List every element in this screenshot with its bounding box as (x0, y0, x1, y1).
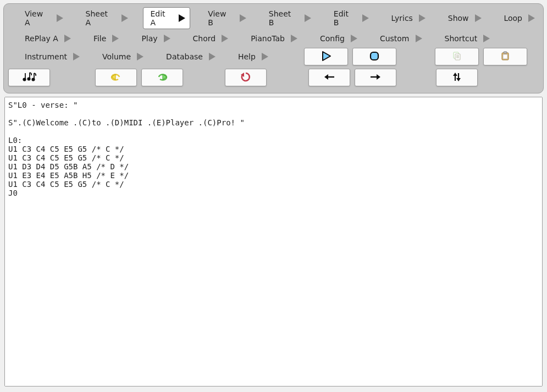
svg-marker-10 (112, 35, 119, 42)
copy-button[interactable] (435, 48, 479, 65)
arrow-right-icon (369, 73, 382, 83)
svg-marker-43 (377, 74, 380, 80)
menu-help[interactable]: Help (230, 49, 273, 64)
svg-marker-5 (362, 14, 369, 22)
svg-marker-4 (305, 14, 311, 22)
menu-custom[interactable]: Custom (372, 31, 427, 46)
menu-label: Database (166, 52, 203, 61)
svg-marker-14 (351, 35, 357, 42)
menu-label: Volume (102, 52, 131, 61)
transport-controls (304, 48, 396, 65)
copy-icon (452, 51, 462, 63)
menu-label: Sheet A (86, 9, 115, 27)
paste-icon (500, 51, 510, 63)
svg-rect-30 (503, 54, 507, 59)
reload-button[interactable] (225, 69, 267, 86)
svg-marker-17 (73, 53, 80, 60)
svg-marker-1 (121, 14, 128, 22)
menu-show[interactable]: Show (440, 11, 487, 25)
chevron-right-icon (417, 13, 427, 23)
svg-marker-18 (137, 53, 143, 60)
svg-rect-28 (502, 53, 509, 60)
menu-volume[interactable]: Volume (95, 49, 148, 64)
chevron-right-icon (482, 34, 491, 43)
menu-loop[interactable]: Loop (496, 11, 540, 25)
paste-button[interactable] (483, 48, 527, 65)
menu-label: Lyrics (391, 14, 412, 23)
svg-rect-29 (504, 52, 507, 53)
svg-marker-16 (483, 35, 490, 42)
prev-button[interactable] (308, 69, 350, 86)
menu-database[interactable]: Database (158, 49, 220, 64)
svg-marker-20 (262, 53, 268, 60)
chevron-right-icon (71, 52, 81, 62)
menu-instrument[interactable]: Instrument (17, 49, 85, 64)
svg-marker-7 (475, 14, 482, 22)
undo-button[interactable] (95, 69, 137, 86)
menu-label: Loop (504, 14, 522, 23)
chevron-right-icon (473, 13, 483, 23)
svg-marker-2 (179, 14, 185, 22)
menu-edit-a[interactable]: Edit A (143, 7, 191, 29)
svg-marker-15 (416, 35, 422, 42)
menu-sheet-b[interactable]: Sheet B (261, 7, 316, 29)
chevron-right-icon (238, 13, 248, 23)
chevron-right-icon (135, 52, 145, 62)
svg-marker-0 (57, 14, 63, 22)
swap-button[interactable] (436, 69, 478, 86)
menu-play[interactable]: Play (134, 31, 175, 46)
svg-marker-19 (209, 53, 216, 60)
chevron-right-icon (303, 13, 313, 23)
svg-marker-12 (222, 35, 228, 42)
redo-icon (156, 73, 168, 83)
svg-marker-47 (456, 78, 461, 81)
svg-marker-9 (64, 35, 71, 42)
menu-label: Shortcut (445, 34, 478, 43)
menu-label: Edit B (334, 9, 356, 27)
chevron-right-icon (120, 13, 130, 23)
menu-chord[interactable]: Chord (185, 31, 234, 46)
chevron-right-icon (289, 34, 299, 43)
menu-label: RePlay A (25, 34, 58, 43)
play-button[interactable] (304, 48, 348, 65)
svg-marker-41 (324, 74, 328, 80)
svg-marker-6 (419, 14, 426, 22)
chevron-right-icon (207, 52, 217, 62)
menu-row-2: RePlay A File Play Chord PianoTab (7, 31, 540, 46)
menu-config[interactable]: Config (312, 31, 362, 46)
svg-point-34 (27, 78, 30, 80)
notes-button[interactable] (8, 69, 50, 86)
svg-rect-22 (371, 52, 378, 60)
menu-label: Help (238, 52, 256, 61)
menu-label: Sheet B (269, 9, 299, 27)
chevron-right-icon (260, 52, 270, 62)
menu-label: Edit A (151, 9, 173, 27)
chevron-right-icon (177, 13, 187, 23)
menu-lyrics[interactable]: Lyrics (383, 11, 430, 25)
menu-pianotab[interactable]: PianoTab (243, 31, 302, 46)
svg-marker-3 (240, 14, 246, 22)
svg-marker-21 (323, 52, 330, 60)
menubar: View A Sheet A Edit A View B Sheet B (3, 3, 544, 93)
next-button[interactable] (355, 69, 396, 86)
editor-textarea[interactable] (5, 97, 542, 386)
menu-view-a[interactable]: View A (17, 7, 68, 29)
stop-button[interactable] (352, 48, 396, 65)
menu-shortcut[interactable]: Shortcut (437, 31, 495, 46)
menu-sheet-a[interactable]: Sheet A (78, 7, 133, 29)
menu-replay-a[interactable]: RePlay A (17, 31, 76, 46)
svg-rect-23 (454, 52, 458, 58)
menu-view-b[interactable]: View B (200, 7, 251, 29)
clipboard-controls (435, 48, 527, 65)
svg-point-32 (23, 78, 25, 80)
chevron-right-icon (220, 34, 230, 43)
arrow-left-icon (323, 73, 335, 83)
menu-label: Instrument (25, 52, 67, 61)
chevron-right-icon (55, 13, 65, 23)
undo-icon (110, 73, 122, 83)
chevron-right-icon (361, 13, 371, 23)
play-icon (321, 51, 331, 63)
menu-file[interactable]: File (86, 31, 124, 46)
redo-button[interactable] (141, 69, 183, 86)
menu-edit-b[interactable]: Edit B (326, 7, 374, 29)
